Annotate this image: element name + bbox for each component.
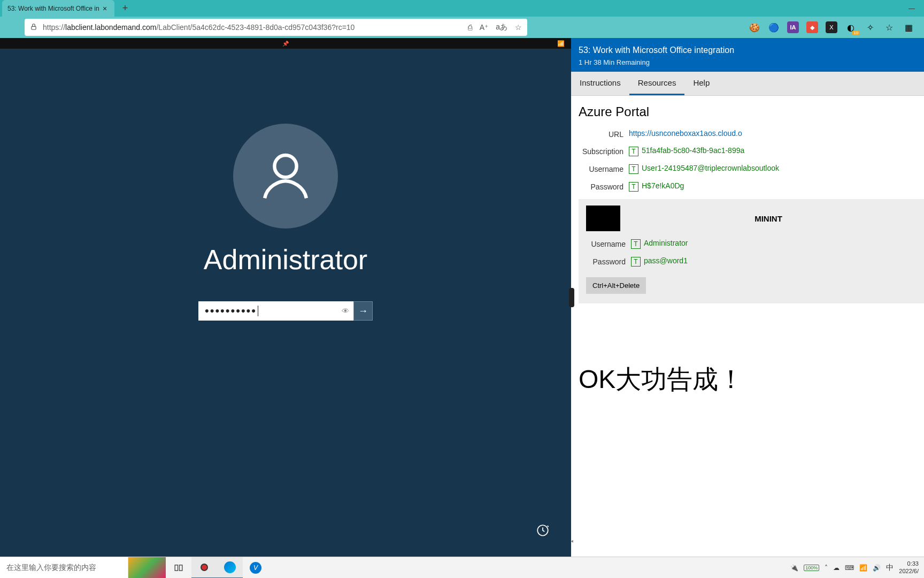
password-input[interactable]: •••••••••• [198, 301, 337, 321]
paste-icon[interactable]: ⎙ [468, 23, 472, 32]
label-subscription: Subscription [579, 146, 629, 156]
type-text-icon[interactable]: T [629, 164, 638, 174]
tray-chevron-icon[interactable]: ˄ [825, 564, 828, 572]
extension-icon-4[interactable]: ◆ [806, 21, 818, 33]
content-area: 📌 📶 Administrator •••••••••• 👁 → ◂ [0, 38, 924, 557]
lab-tabs: Instructions Resources Help [571, 72, 924, 96]
row-username: Username T User1-24195487@triplecrownlab… [579, 164, 917, 174]
tab-help[interactable]: Help [684, 72, 718, 95]
record-icon [201, 564, 208, 571]
read-aloud-icon[interactable]: A⁺ [480, 23, 488, 32]
lab-panel: 53: Work with Microsoft Office integrati… [571, 38, 924, 557]
volume-icon[interactable]: 🔊 [873, 564, 881, 572]
password-row: •••••••••• 👁 → [198, 301, 373, 321]
reveal-password-icon[interactable]: 👁 [337, 301, 353, 321]
type-text-icon[interactable]: T [631, 257, 641, 267]
ease-of-access-icon[interactable] [536, 523, 550, 541]
user-avatar [233, 124, 338, 229]
section-title: Azure Portal [579, 104, 917, 119]
label-username: Username [579, 164, 629, 173]
svg-rect-0 [32, 26, 36, 29]
value-subscription[interactable]: 51fa4fab-5c80-43fb-9ac1-899a [642, 146, 744, 155]
collapse-arrow-icon[interactable]: ◂ [571, 538, 573, 544]
type-text-icon[interactable]: T [629, 147, 638, 156]
window-controls: — [899, 0, 924, 17]
new-tab-button[interactable]: + [118, 1, 133, 16]
collections-icon[interactable]: ▦ [903, 21, 914, 33]
row-vm-password: Password T pass@word1 [586, 256, 917, 267]
vm-name: MININT [620, 214, 917, 223]
label-vm-username: Username [586, 239, 631, 248]
overlay-big-text: OK大功告成！ [579, 362, 917, 397]
splitter-handle[interactable] [569, 288, 574, 307]
vm-viewer-pane: 📌 📶 Administrator •••••••••• 👁 → ◂ [0, 38, 571, 557]
value-vm-username[interactable]: Administrator [644, 239, 688, 247]
extensions-menu-icon[interactable]: ✧ [864, 21, 876, 33]
clock-date: 2022/6/ [899, 568, 919, 575]
row-vm-username: Username T Administrator [586, 239, 917, 249]
lab-body: Azure Portal URL https://usnconeboxax1ao… [571, 96, 924, 557]
wifi-icon[interactable]: 📶 [859, 564, 867, 572]
favorite-icon[interactable]: ☆ [515, 23, 522, 32]
svg-point-1 [274, 155, 296, 177]
edge-icon [224, 561, 236, 573]
extension-icon-6[interactable]: ◐ [845, 21, 857, 33]
extension-icon-3[interactable]: IA [787, 21, 799, 33]
ime-indicator[interactable]: 中 [886, 563, 894, 573]
svg-rect-4 [180, 565, 182, 571]
row-password: Password T H$7e!kA0Dg [579, 181, 917, 192]
label-url: URL [579, 129, 629, 139]
address-actions: ⎙ A⁺ aあ ☆ [468, 22, 522, 32]
taskbar-app-edge[interactable] [217, 557, 243, 579]
vm-thumbnail[interactable] [586, 206, 620, 231]
url-text: https://labclient.labondemand.com/LabCli… [43, 23, 468, 32]
submit-login-button[interactable]: → [353, 301, 373, 321]
address-bar[interactable]: https://labclient.labondemand.com/LabCli… [25, 19, 527, 36]
vm-toolbar: 📌 📶 [0, 38, 571, 49]
extension-icon-2[interactable]: 🔵 [768, 21, 780, 33]
favorites-icon[interactable]: ☆ [883, 21, 895, 33]
row-url: URL https://usnconeboxax1aos.cloud.o [579, 129, 917, 139]
value-vm-password[interactable]: pass@word1 [644, 256, 688, 265]
clock[interactable]: 0:33 2022/6/ [899, 560, 919, 574]
login-username: Administrator [204, 244, 367, 276]
value-url[interactable]: https://usnconeboxax1aos.cloud.o [629, 129, 742, 138]
task-view-icon[interactable] [166, 557, 191, 579]
onedrive-icon[interactable]: ☁ [833, 564, 840, 572]
vm-card-header: MININT [586, 206, 917, 231]
power-icon[interactable]: 🔌 [790, 564, 798, 572]
type-text-icon[interactable]: T [629, 182, 638, 192]
clock-time: 0:33 [899, 560, 919, 567]
label-password: Password [579, 181, 629, 191]
lab-header: 53: Work with Microsoft Office integrati… [571, 38, 924, 72]
vm-login-screen[interactable]: Administrator •••••••••• 👁 → [0, 49, 571, 557]
host-taskbar: 在这里输入你要搜索的内容 V 🔌 100% ˄ ☁ ⌨ 📶 🔊 中 0:33 2… [0, 557, 924, 578]
lock-icon [30, 23, 37, 32]
ctrl-alt-delete-button[interactable]: Ctrl+Alt+Delete [586, 277, 646, 294]
minimize-button[interactable]: — [899, 0, 924, 17]
extension-icon-5[interactable]: X [826, 21, 837, 33]
svg-rect-3 [175, 565, 178, 571]
cortana-image[interactable] [128, 557, 166, 579]
browser-tab[interactable]: 53: Work with Microsoft Office in × [2, 0, 114, 17]
pin-icon[interactable]: 📌 [282, 41, 289, 47]
taskbar-app-recorder[interactable] [191, 557, 217, 579]
extension-icon-1[interactable]: 🍪 [749, 21, 760, 33]
close-icon[interactable]: × [101, 4, 109, 13]
address-bar-row: https://labclient.labondemand.com/LabCli… [0, 17, 924, 38]
type-text-icon[interactable]: T [631, 239, 641, 249]
signal-icon: 📶 [557, 40, 565, 47]
tab-title: 53: Work with Microsoft Office in [7, 5, 101, 12]
tab-instructions[interactable]: Instructions [571, 72, 629, 95]
lab-time-remaining: 1 Hr 38 Min Remaining [579, 58, 917, 66]
browser-tab-strip: 53: Work with Microsoft Office in × + — [0, 0, 924, 17]
taskbar-search-input[interactable]: 在这里输入你要搜索的内容 [0, 557, 128, 579]
value-username[interactable]: User1-24195487@triplecrownlabsoutlook [642, 164, 779, 172]
translate-icon[interactable]: aあ [496, 22, 507, 32]
system-tray: 🔌 100% ˄ ☁ ⌨ 📶 🔊 中 0:33 2022/6/ [785, 560, 924, 574]
keyboard-icon[interactable]: ⌨ [845, 564, 854, 572]
taskbar-app-v[interactable]: V [243, 557, 268, 579]
battery-indicator[interactable]: 100% [804, 565, 819, 571]
tab-resources[interactable]: Resources [629, 72, 685, 95]
value-password[interactable]: H$7e!kA0Dg [642, 181, 684, 190]
